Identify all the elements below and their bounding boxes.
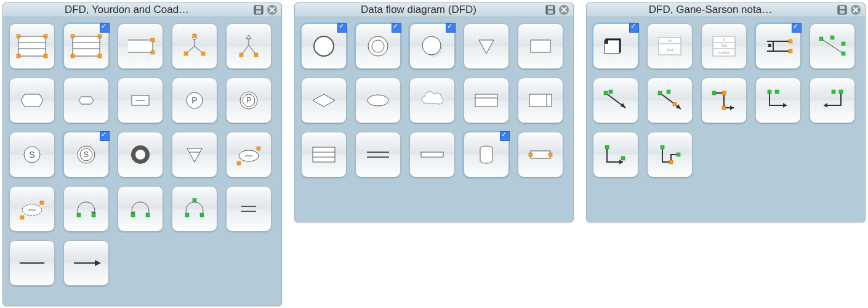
- shape-ring-bold[interactable]: [118, 132, 163, 177]
- shape-card-top[interactable]: [464, 78, 509, 123]
- panel-title: DFD, Gane-Sarson nota…: [587, 4, 834, 16]
- shape-data-store-3bar-sel[interactable]: [63, 23, 109, 69]
- shape-triangle-down[interactable]: [172, 132, 217, 177]
- shape-rectangle[interactable]: [518, 23, 563, 69]
- save-icon[interactable]: [837, 4, 848, 15]
- shape-table-3row[interactable]: [701, 23, 747, 69]
- shape-rect-dash[interactable]: [118, 78, 163, 123]
- panel-title: Data flow diagram (DFD): [295, 4, 542, 16]
- shape-datastore-open[interactable]: [755, 23, 801, 69]
- shape-bars-3[interactable]: [301, 132, 347, 177]
- stencil-panel: DFD, Gane-Sarson nota…: [586, 2, 866, 222]
- shape-arc-cw[interactable]: [63, 186, 109, 232]
- shape-card-right[interactable]: [518, 78, 563, 123]
- shape-circle-P-dbl[interactable]: [226, 78, 271, 123]
- shape-arc-handles[interactable]: [172, 186, 217, 232]
- shape-ellipse-handles[interactable]: [226, 132, 271, 177]
- shape-grid: [295, 17, 573, 184]
- shape-line-arrow[interactable]: [63, 240, 109, 286]
- shape-conn-step-left[interactable]: [810, 78, 855, 123]
- shape-circle-double[interactable]: [355, 23, 401, 69]
- shape-grid: [3, 17, 281, 292]
- shape-circle-P[interactable]: [172, 78, 217, 123]
- shape-bars-1[interactable]: [409, 132, 455, 177]
- panel-titlebar[interactable]: Data flow diagram (DFD): [295, 3, 573, 17]
- shape-cylinder[interactable]: [464, 132, 509, 177]
- shape-cloud[interactable]: [409, 78, 455, 123]
- shape-grid: [587, 17, 865, 184]
- shape-line-plain[interactable]: [9, 240, 55, 286]
- close-icon[interactable]: [558, 4, 569, 15]
- shape-hexagon-small[interactable]: [63, 78, 109, 123]
- shape-circle-S-dbl[interactable]: [63, 132, 109, 177]
- shape-connector-angle[interactable]: [810, 23, 855, 69]
- panel-titlebar[interactable]: DFD, Yourdon and Coad…: [3, 3, 281, 17]
- panel-titlebar[interactable]: DFD, Gane-Sarson nota…: [587, 3, 865, 17]
- shape-circle-S[interactable]: [9, 132, 55, 177]
- stencil-panel: Data flow diagram (DFD): [294, 2, 574, 222]
- shape-equals[interactable]: [226, 186, 271, 232]
- save-icon[interactable]: [253, 4, 264, 15]
- shape-circle-shadow[interactable]: [409, 23, 455, 69]
- shape-ellipse-dash[interactable]: [9, 186, 55, 232]
- shape-conn-diag1[interactable]: [593, 78, 638, 123]
- shape-circle-solid[interactable]: [301, 23, 347, 69]
- shape-diamond[interactable]: [301, 78, 347, 123]
- shape-tree-split[interactable]: [172, 23, 217, 69]
- shape-triangle-outline[interactable]: [464, 23, 509, 69]
- shape-tree-merge[interactable]: [226, 23, 271, 69]
- shape-conn-diag2[interactable]: [647, 78, 693, 123]
- shape-conn-step-down[interactable]: [701, 78, 747, 123]
- shape-table-2row[interactable]: [647, 23, 693, 69]
- shape-ellipse[interactable]: [355, 78, 401, 123]
- shape-conn-step-right[interactable]: [755, 78, 801, 123]
- shape-conn-u1[interactable]: [593, 132, 638, 177]
- save-icon[interactable]: [545, 4, 556, 15]
- shape-conn-u2[interactable]: [647, 132, 693, 177]
- shape-data-store-3bar[interactable]: [9, 23, 55, 69]
- close-icon[interactable]: [267, 4, 278, 15]
- shape-hexagon-wide[interactable]: [9, 78, 55, 123]
- shape-data-store-open[interactable]: [118, 23, 163, 69]
- panel-title: DFD, Yourdon and Coad…: [3, 4, 251, 16]
- shape-arc-ccw[interactable]: [118, 186, 163, 232]
- shape-process-3d[interactable]: [593, 23, 638, 69]
- close-icon[interactable]: [850, 4, 861, 15]
- shape-rect-handles[interactable]: [518, 132, 563, 177]
- stencil-panel: DFD, Yourdon and Coad…: [2, 2, 282, 306]
- shape-bars-2[interactable]: [355, 132, 401, 177]
